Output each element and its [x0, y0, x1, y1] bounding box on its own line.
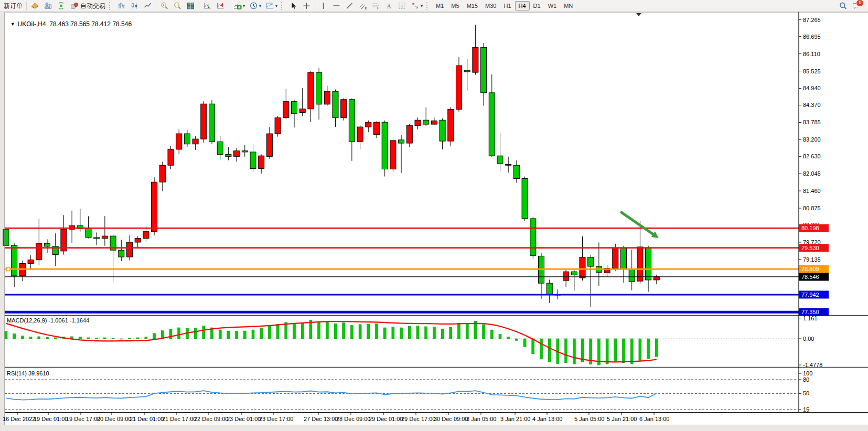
price-tick-label: 82.045 [803, 170, 821, 177]
crosshair-icon [302, 2, 311, 10]
crosshair-button[interactable] [300, 1, 313, 11]
zoom-out-icon [173, 2, 182, 10]
svg-text:80.198: 80.198 [801, 225, 819, 231]
timeframe-h4-button[interactable]: H4 [515, 1, 530, 10]
timeframe-d1-button[interactable]: D1 [530, 1, 544, 10]
chart-shift-button[interactable] [214, 1, 227, 11]
vertical-line-button[interactable] [317, 1, 330, 11]
chart-canvas[interactable]: 87.26586.69586.11085.52584.94084.37083.7… [0, 0, 868, 431]
bar-chart-button[interactable] [115, 1, 128, 11]
tile-windows-button[interactable] [184, 1, 197, 11]
svg-text:78.546: 78.546 [801, 274, 819, 280]
price-badge: 77.942 [799, 290, 829, 298]
price-tick-label: 87.265 [803, 17, 821, 23]
time-tick-label: 19 Dec 17:00 [66, 416, 100, 422]
svg-text:77.942: 77.942 [801, 292, 819, 298]
cursor-button[interactable] [287, 1, 300, 11]
text-a-icon: A [384, 2, 393, 10]
time-tick-label: 4 Jan 13:00 [532, 416, 563, 422]
search-button[interactable] [837, 1, 850, 11]
time-tick-label: 21 Dec 17:00 [162, 416, 196, 422]
svg-text:A: A [387, 3, 391, 10]
trendline-button[interactable] [343, 1, 356, 11]
chevron-down-icon: ▾ [275, 4, 277, 8]
notification-badge: 1 [856, 0, 864, 7]
data-window-button[interactable] [41, 1, 55, 11]
svg-text:T: T [401, 4, 404, 9]
timeframe-m1-button[interactable]: M1 [432, 1, 447, 10]
time-tick-label: 27 Dec 13:00 [304, 416, 338, 422]
time-tick-label: 23 Dec 17:00 [259, 416, 293, 422]
periods-button[interactable]: ▾ [247, 1, 263, 11]
toolbar-grip [109, 2, 113, 10]
price-tick-label: 81.460 [803, 188, 821, 194]
time-tick-label: 6 Jan 13:00 [639, 416, 670, 422]
text-button[interactable]: A [382, 1, 395, 11]
fibonacci-button[interactable]: F [369, 1, 382, 11]
svg-text:78.809: 78.809 [801, 266, 819, 272]
timeframe-w1-button[interactable]: W1 [544, 1, 561, 10]
timeframe-m5-button[interactable]: M5 [447, 1, 463, 10]
price-badge: 78.809 [799, 265, 829, 273]
svg-text:F: F [377, 6, 379, 10]
macd-indicator-label: MACD(12,26,9) -1.0061 -1.1644 [7, 317, 89, 324]
timeframe-m15-button[interactable]: M15 [463, 1, 481, 10]
fibonacci-icon: F [371, 2, 380, 10]
label-t-icon: T [398, 2, 406, 10]
price-badge: 79.530 [799, 244, 829, 252]
time-tick-label: 3 Jan 05:00 [466, 416, 497, 422]
price-tick-label: 79.135 [803, 256, 821, 263]
toolbar-separator [26, 2, 27, 10]
horizontal-line-button[interactable] [330, 1, 343, 11]
timeframe-mn-button[interactable]: MN [560, 1, 576, 10]
candlestick-chart-button[interactable] [128, 1, 141, 11]
line-chart-button[interactable] [141, 1, 154, 11]
indicators-button[interactable]: ▾ [231, 1, 247, 11]
price-tick-label: 83.200 [803, 136, 821, 143]
toolbar-separator [156, 2, 156, 10]
auto-scroll-icon [203, 2, 212, 10]
new-order-button[interactable]: 新订单 [0, 1, 25, 11]
time-tick-label: 29 Dec 17:00 [401, 416, 435, 422]
time-tick-label: 3 Jan 21:00 [500, 416, 531, 422]
line-handle[interactable] [6, 267, 10, 271]
svg-text:77.350: 77.350 [801, 309, 819, 315]
mt4-terminal-window: { "toolbar": { "new_order_label": "新订单",… [0, 0, 868, 431]
zoom-out-button[interactable] [171, 1, 184, 11]
channel-button[interactable]: E [356, 1, 369, 11]
price-tick-label: 86.695 [803, 34, 821, 40]
market-watch-icon [30, 2, 39, 10]
rsi-tick-label: 15 [803, 406, 809, 413]
chevron-down-icon: ▾ [259, 4, 261, 8]
rsi-indicator-label: RSI(14) 39.9610 [7, 370, 49, 376]
toolbar-separator [229, 2, 229, 10]
template-icon [265, 2, 274, 10]
signal-icon [57, 2, 66, 10]
price-tick-label: 80.875 [803, 205, 821, 211]
zoom-in-button[interactable] [158, 1, 171, 11]
templates-button[interactable]: ▾ [263, 1, 280, 11]
hline-icon [332, 2, 341, 10]
time-tick-label: 30 Dec 09:00 [434, 416, 468, 422]
timeframe-h1-button[interactable]: H1 [500, 1, 515, 10]
notifications-button[interactable]: 1 [850, 1, 863, 11]
timeframe-m30-button[interactable]: M30 [481, 1, 500, 10]
zoom-in-icon [160, 2, 169, 10]
price-badge: 80.198 [799, 224, 829, 232]
svg-text:79.530: 79.530 [801, 245, 819, 251]
label-button[interactable]: T [395, 1, 409, 11]
arrows-button[interactable]: ▾ [409, 1, 425, 11]
price-tick-label: 84.940 [803, 85, 821, 91]
channel-icon: E [358, 2, 367, 10]
price-tick-label: 83.785 [803, 119, 821, 125]
chart-title-text: UKOil-,H4 78.463 78.565 78.412 78.546 [18, 20, 132, 28]
toolbar-grip [281, 2, 285, 10]
candlestick-icon [130, 2, 139, 10]
auto-scroll-button[interactable] [201, 1, 214, 11]
auto-trading-button[interactable]: 自动交易 [68, 1, 108, 11]
chart-background [5, 12, 868, 425]
market-watch-button[interactable] [28, 1, 41, 11]
symbol-dropdown-icon[interactable]: ▼ [10, 21, 15, 27]
bar-chart-icon [117, 2, 126, 10]
signals-button[interactable] [55, 1, 68, 11]
